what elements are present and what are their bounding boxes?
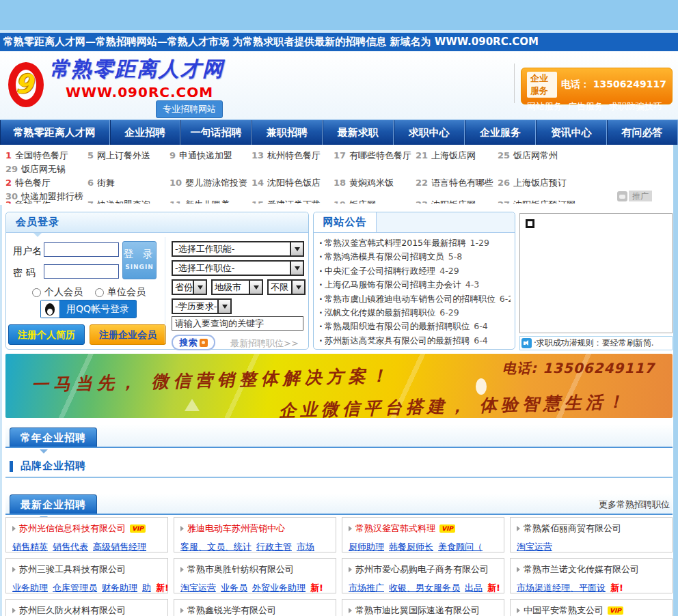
service-link-antifraud[interactable]: 求职防骗技巧 [609,100,662,113]
hotlink-keyword[interactable]: 上海饭店网 [431,150,476,160]
hotlink-keyword[interactable]: 急找工作 [15,199,51,204]
job-link[interactable]: 高级销售经理 [93,542,146,552]
announcement-item[interactable]: 泓帆文化传媒的最新招聘职位6-29 [319,306,511,320]
search-button[interactable]: 搜索 [172,335,215,350]
hotlink-keyword[interactable]: 街舞 [97,178,115,188]
hotlink-keyword[interactable]: 黄焖鸡米饭 [349,178,394,188]
hotlink-keyword[interactable]: 上海饭店预订 [513,178,567,188]
city-select[interactable]: 地级市 [211,279,263,295]
hotlink-keyword[interactable]: 全国特色餐厅 [15,150,68,160]
personal-member-radio-row[interactable]: 个人会员 [32,286,83,298]
hotlink-keyword[interactable]: 快递加盟查询 [97,199,150,204]
company-name[interactable]: 苏州三骏工具科技有限公司 [19,563,126,576]
register-personal-button[interactable]: 注册个人简历 [8,324,85,345]
company-name[interactable]: 苏州巨久防火材料有限公司 [19,604,126,616]
service-link-website[interactable]: 网站服务 [527,100,562,113]
announcement-item[interactable]: 苏州新达高梵家具有限公司的最新招聘6-4 [319,334,511,348]
job-link[interactable]: 韩餐厨师长 [389,542,433,552]
register-company-button[interactable]: 注册企业会员 [90,324,166,345]
more-jobs-link[interactable]: 更多常熟招聘职位 [599,499,670,511]
nav-item-8[interactable]: 有问必答 [607,120,678,145]
province-select[interactable]: 省份 [172,279,207,295]
hotlink-keyword[interactable]: 特色餐厅 [15,178,51,188]
hotlink-keyword[interactable]: 申通快递加盟 [179,150,232,160]
job-link[interactable]: 客服、文员、统计 [180,542,252,552]
company-name[interactable]: 常熟市迪比翼国际速递有限公司 [355,604,480,616]
login-button[interactable]: 登 录 SINGIN [122,241,157,279]
announcement-item[interactable]: 常熟鸿浩模具有限公司招聘文员5-8 [319,250,511,264]
qq-login-button[interactable]: 用QQ帐号登录 [40,300,137,318]
nav-item-7[interactable]: 资讯中心 [536,120,607,145]
district-select[interactable]: 不限 [267,279,306,295]
job-link[interactable]: 淘宝运营 [180,583,216,593]
hotlink-keyword[interactable]: 沈阳饭店网 [431,199,476,204]
hotlink-keyword[interactable]: 爱建证券下载 [267,199,321,204]
hotlink-keyword[interactable]: 沈阳特色饭店 [267,178,321,188]
personal-member-radio[interactable] [32,288,41,297]
nav-item-4[interactable]: 最新求职 [323,120,394,145]
company-name[interactable]: 常熟汉釜宫韩式料理 [355,522,435,535]
hotlink-keyword[interactable]: 新生儿喂养 [185,199,230,204]
perennial-section-tab[interactable]: 常年企业招聘 [10,428,97,447]
service-link-ads[interactable]: 广告服务 [568,100,604,113]
latest-section-tab[interactable]: 最新企业招聘 [10,494,97,514]
job-link[interactable]: 行政主管 [256,542,292,552]
job-link[interactable]: 外贸业务助理 [252,583,306,593]
nav-item-2[interactable]: 一句话招聘 [180,120,252,145]
nav-item-6[interactable]: 企业服务 [465,120,536,145]
hotlink-keyword[interactable]: 沈阳饭店预订网 [513,199,575,204]
hotlink-keyword[interactable]: 网上订餐外送 [97,150,150,160]
job-link[interactable]: 淘宝运营 [517,542,552,552]
job-link[interactable]: 市场推广 [349,583,384,593]
announcement-item[interactable]: 上海亿马服饰有限公司招聘主办会计4-3 [319,278,511,292]
company-name[interactable]: 常熟紫佰丽商贸有限公司 [524,522,621,535]
hotlink-keyword[interactable]: 饭店网 [349,199,376,204]
job-link[interactable]: 仓库管理员 [53,583,97,593]
company-member-radio[interactable] [95,288,104,297]
enterprise-service-tag[interactable]: 企业服务 [527,72,557,98]
company-name[interactable]: 雅迪电动车苏州营销中心 [187,522,285,535]
job-link[interactable]: 业务助理 [12,583,48,593]
company-name[interactable]: 常熟鑫锐光学有限公司 [187,604,276,616]
hotlink-keyword[interactable]: 婴儿游泳馆投资 [185,178,247,188]
wechat-marketing-banner[interactable]: 一马当先， 微信营销整体解决方案！ 企业微信平台搭建， 体验智慧生活！ 电话: … [5,354,673,418]
job-link[interactable]: 美食顾问（ [438,542,483,552]
job-link[interactable]: 出品 [465,583,483,593]
job-link[interactable]: 销售精英 [12,542,48,552]
hotlink-keyword[interactable]: 杭州特色餐厅 [267,150,321,160]
job-link[interactable]: 厨师助理 [349,542,384,552]
job-link[interactable]: 市场渠道经理、平面设 [517,583,606,593]
hotlink-keyword[interactable]: 语言特色有哪些 [431,178,493,188]
education-select[interactable]: -学历要求- [172,298,232,314]
ticker-text[interactable]: ·求职成功潜规则：要经常刷新简. [534,337,654,349]
job-link[interactable]: 收银、男女服务员 [389,583,460,593]
announcement-item[interactable]: 常熟市虞山镇雅迪电动车销售公司的招聘职位6-29 [319,292,511,306]
company-name[interactable]: 常熟市兰诺文化传媒有限公司 [524,563,639,576]
company-name[interactable]: 苏州光信信息科技有限公司 [19,522,126,535]
company-member-radio-row[interactable]: 单位会员 [95,286,146,298]
company-name[interactable]: 苏州市爱心易购电子商务有限公司 [355,563,489,576]
job-function-select[interactable]: -选择工作职能- [172,241,304,257]
announcement-item[interactable]: 常熟晟阳织造有限公司的最新招聘职位6-4 [319,320,511,333]
job-link[interactable]: 业务员 [221,583,247,593]
nav-item-5[interactable]: 求职中心 [394,120,465,145]
hotlink-keyword[interactable]: 饭店网无锡 [21,164,66,174]
nav-item-3[interactable]: 兼职招聘 [252,120,323,145]
nav-item-0[interactable]: 常熟零距离人才网 [0,120,110,145]
job-link[interactable]: 销售代表 [53,542,88,552]
password-field[interactable] [44,264,119,279]
job-link[interactable]: 助 [142,583,151,593]
keyword-input[interactable] [172,316,303,331]
site-logo-url[interactable]: WWW.090RC.COM [66,84,213,100]
job-link[interactable]: 市场 [297,542,314,552]
announcement-item[interactable]: 常熟汉釜宫韩式料理2015年最新招聘1-29 [319,236,511,250]
company-name[interactable]: 中国平安常熟支公司 [524,604,604,616]
job-position-select[interactable]: -选择工作职位- [172,260,304,276]
company-name[interactable]: 常熟市奥胜针纺织有限公司 [187,563,294,576]
latest-jobs-link[interactable]: 最新招聘职位>> [230,337,299,350]
hotlink-keyword[interactable]: 有哪些特色餐厅 [349,150,411,160]
hotlink-keyword[interactable]: 饭店网常州 [513,150,558,160]
site-logo-text[interactable]: 常熟零距离人才网 [49,55,224,83]
job-link[interactable]: 财务助理 [102,583,137,593]
username-field[interactable] [44,242,119,257]
